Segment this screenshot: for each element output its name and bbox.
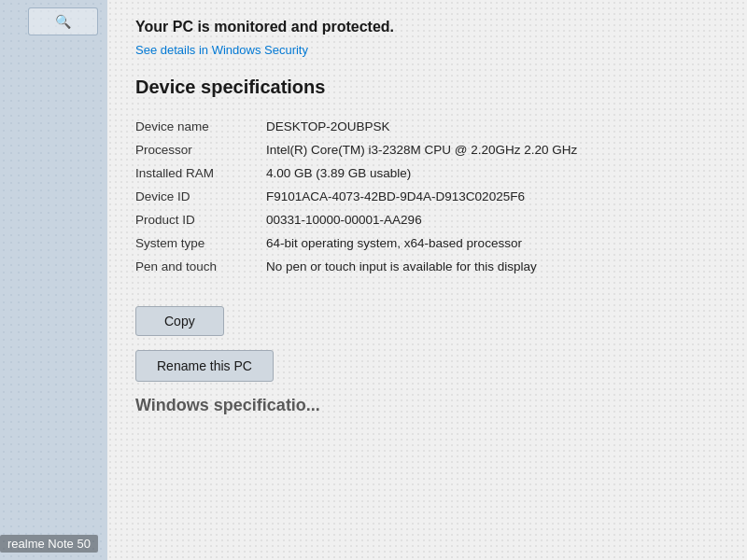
spec-value: DESKTOP-2OUBPSK: [266, 115, 719, 138]
table-row: Product ID00331-10000-00001-AA296: [135, 208, 719, 231]
left-sidebar: 🔍: [0, 0, 107, 560]
search-box[interactable]: 🔍: [28, 7, 98, 35]
spec-label: Device name: [135, 115, 266, 138]
table-row: Installed RAM4.00 GB (3.89 GB usable): [135, 161, 719, 185]
spec-value: Intel(R) Core(TM) i3-2328M CPU @ 2.20GHz…: [266, 138, 719, 161]
spec-value: F9101ACA-4073-42BD-9D4A-D913C02025F6: [266, 185, 719, 208]
spec-label: Device ID: [135, 185, 266, 208]
spec-value: 4.00 GB (3.89 GB usable): [266, 161, 719, 185]
device-specs-heading: Device specifications: [135, 77, 719, 98]
specs-table: Device nameDESKTOP-2OUBPSKProcessorIntel…: [135, 115, 719, 278]
spec-value: No pen or touch input is available for t…: [266, 255, 719, 278]
spec-label: Pen and touch: [135, 255, 266, 278]
table-row: ProcessorIntel(R) Core(TM) i3-2328M CPU …: [135, 138, 719, 161]
device-watermark: realme Note 50: [0, 535, 98, 553]
security-link[interactable]: See details in Windows Security: [135, 43, 308, 57]
protected-title: Your PC is monitored and protected.: [135, 19, 719, 35]
table-row: Device IDF9101ACA-4073-42BD-9D4A-D913C02…: [135, 185, 719, 208]
spec-label: Installed RAM: [135, 161, 266, 185]
windows-spec-heading: Windows specificatio...: [135, 396, 719, 415]
table-row: Pen and touchNo pen or touch input is av…: [135, 255, 719, 278]
protected-banner: Your PC is monitored and protected. See …: [135, 19, 719, 58]
spec-label: System type: [135, 231, 266, 255]
spec-label: Product ID: [135, 208, 266, 231]
spec-value: 64-bit operating system, x64-based proce…: [266, 231, 719, 255]
rename-pc-button[interactable]: Rename this PC: [135, 350, 274, 382]
spec-value: 00331-10000-00001-AA296: [266, 208, 719, 231]
spec-label: Processor: [135, 138, 266, 161]
main-content: Your PC is monitored and protected. See …: [107, 0, 747, 560]
copy-button[interactable]: Copy: [135, 306, 224, 336]
search-icon: 🔍: [55, 14, 71, 29]
table-row: System type64-bit operating system, x64-…: [135, 231, 719, 255]
table-row: Device nameDESKTOP-2OUBPSK: [135, 115, 719, 138]
